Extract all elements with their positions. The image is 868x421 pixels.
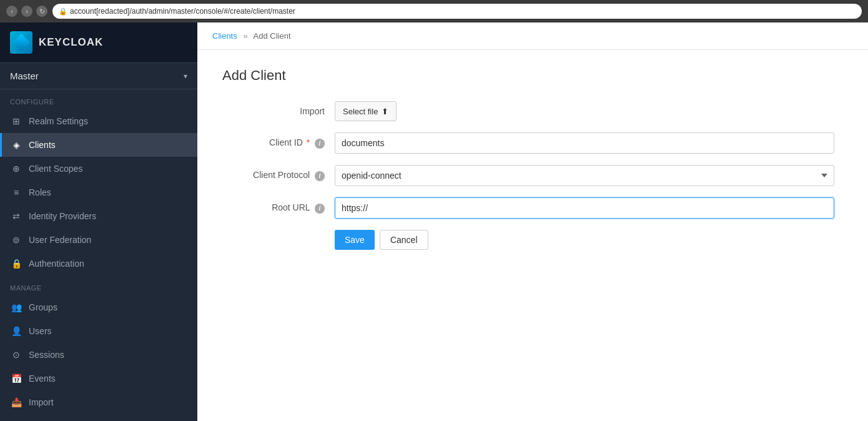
forward-button[interactable]: › <box>21 6 32 17</box>
sidebar-item-events[interactable]: 📅 Events <box>0 367 197 390</box>
breadcrumb: Clients » Add Client <box>197 22 868 50</box>
cancel-button[interactable]: Cancel <box>380 230 428 250</box>
sidebar-item-users[interactable]: 👤 Users <box>0 319 197 343</box>
page-title: Add Client <box>222 67 843 84</box>
root-url-row: Root URL i <box>222 197 843 219</box>
app-container: KEYCLOAK Master ▾ Configure ⊞ Realm Sett… <box>0 22 868 421</box>
root-url-info-icon[interactable]: i <box>315 204 325 214</box>
sidebar-item-roles[interactable]: ≡ Roles <box>0 181 197 204</box>
sidebar-item-label: Groups <box>29 302 57 312</box>
client-scopes-icon: ⊕ <box>10 162 22 175</box>
client-id-control <box>335 132 834 154</box>
save-button[interactable]: Save <box>335 230 375 250</box>
logo-diamond <box>12 34 30 51</box>
realm-name: Master <box>10 71 39 81</box>
client-id-input[interactable] <box>335 132 834 154</box>
identity-providers-icon: ⇄ <box>10 210 22 222</box>
refresh-button[interactable]: ↻ <box>36 6 47 17</box>
breadcrumb-separator: » <box>243 31 247 41</box>
client-protocol-label: Client Protocol i <box>222 170 335 181</box>
select-file-button[interactable]: Select file ⬆ <box>335 101 397 121</box>
breadcrumb-current: Add Client <box>254 31 291 41</box>
sidebar-item-clients[interactable]: ◈ Clients <box>0 133 197 157</box>
sidebar: KEYCLOAK Master ▾ Configure ⊞ Realm Sett… <box>0 22 197 421</box>
import-label: Import <box>222 106 335 116</box>
authentication-icon: 🔒 <box>10 257 22 270</box>
root-url-input[interactable] <box>335 197 834 219</box>
client-protocol-select[interactable]: openid-connect saml <box>335 165 834 186</box>
configure-section-label: Configure <box>0 89 197 109</box>
sidebar-item-export[interactable]: 📤 Export <box>0 414 197 421</box>
users-icon: 👤 <box>10 325 22 337</box>
sidebar-item-import[interactable]: 📥 Import <box>0 390 197 414</box>
import-row: Import Select file ⬆ <box>222 101 843 121</box>
sidebar-item-label: Events <box>29 374 56 384</box>
sidebar-item-label: Realm Settings <box>29 116 88 126</box>
app-name: KEYCLOAK <box>39 36 103 49</box>
client-id-label: Client ID * i <box>222 137 335 149</box>
client-protocol-row: Client Protocol i openid-connect saml <box>222 165 843 186</box>
sidebar-item-label: Authentication <box>29 259 84 269</box>
sidebar-item-identity-providers[interactable]: ⇄ Identity Providers <box>0 204 197 228</box>
sidebar-item-label: Client Scopes <box>29 164 82 174</box>
root-url-label: Root URL i <box>222 202 335 214</box>
chevron-down-icon: ▾ <box>184 72 187 81</box>
breadcrumb-clients-link[interactable]: Clients <box>212 31 237 41</box>
sessions-icon: ⊙ <box>10 349 22 361</box>
clients-icon: ◈ <box>10 139 22 151</box>
realm-settings-icon: ⊞ <box>10 115 22 127</box>
sidebar-header: KEYCLOAK <box>0 22 197 63</box>
groups-icon: 👥 <box>10 301 22 314</box>
address-bar[interactable]: 🔒 account[redacted]/auth/admin/master/co… <box>52 4 862 19</box>
client-id-info-icon[interactable]: i <box>315 139 325 149</box>
sidebar-item-label: User Federation <box>29 235 91 245</box>
required-marker: * <box>307 137 310 147</box>
sidebar-item-label: Users <box>29 326 52 336</box>
import-control: Select file ⬆ <box>335 101 834 121</box>
sidebar-item-label: Roles <box>29 187 51 197</box>
client-protocol-control: openid-connect saml <box>335 165 834 186</box>
action-buttons: Save Cancel <box>335 230 843 250</box>
sidebar-item-label: Identity Providers <box>29 211 96 221</box>
client-id-row: Client ID * i <box>222 132 843 154</box>
root-url-control <box>335 197 834 219</box>
realm-selector[interactable]: Master ▾ <box>0 63 197 89</box>
url-text: account[redacted]/auth/admin/master/cons… <box>70 7 295 16</box>
events-icon: 📅 <box>10 372 22 385</box>
roles-icon: ≡ <box>10 186 22 199</box>
import-icon: 📥 <box>10 396 22 409</box>
sidebar-item-label: Sessions <box>29 350 64 360</box>
sidebar-item-user-federation[interactable]: ⊜ User Federation <box>0 228 197 252</box>
sidebar-item-label: Import <box>29 397 54 407</box>
sidebar-item-label: Clients <box>29 140 56 150</box>
main-content: Clients » Add Client Add Client Import S… <box>197 22 868 421</box>
sidebar-item-realm-settings[interactable]: ⊞ Realm Settings <box>0 109 197 133</box>
browser-controls: ‹ › ↻ <box>6 6 47 17</box>
manage-section-label: Manage <box>0 275 197 295</box>
form-area: Add Client Import Select file ⬆ Client I… <box>197 50 868 267</box>
client-protocol-info-icon[interactable]: i <box>315 171 325 181</box>
lock-icon: 🔒 <box>59 7 67 16</box>
user-federation-icon: ⊜ <box>10 234 22 246</box>
sidebar-item-sessions[interactable]: ⊙ Sessions <box>0 343 197 367</box>
sidebar-item-authentication[interactable]: 🔒 Authentication <box>0 252 197 275</box>
browser-bar: ‹ › ↻ 🔒 account[redacted]/auth/admin/mas… <box>0 0 868 22</box>
back-button[interactable]: ‹ <box>6 6 17 17</box>
sidebar-item-client-scopes[interactable]: ⊕ Client Scopes <box>0 157 197 181</box>
keycloak-logo <box>10 31 32 54</box>
select-file-label: Select file <box>343 107 378 116</box>
sidebar-item-groups[interactable]: 👥 Groups <box>0 295 197 319</box>
upload-icon: ⬆ <box>382 107 388 116</box>
